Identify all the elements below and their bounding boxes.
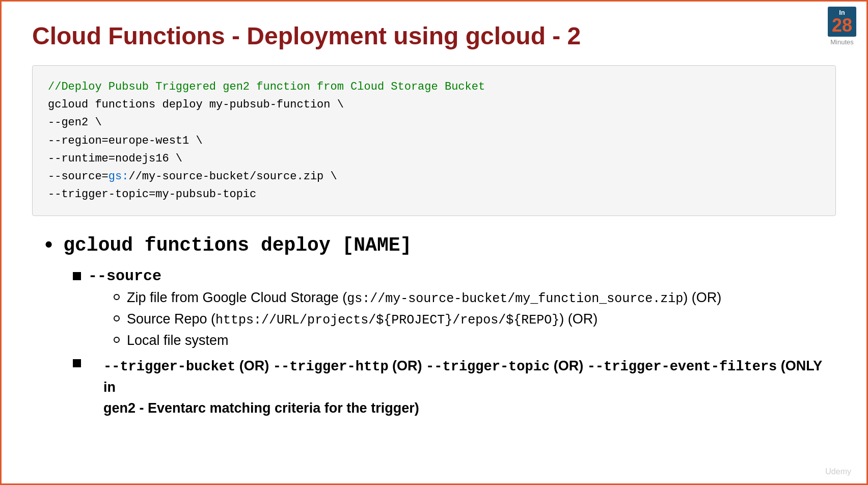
badge-number: 28 [832,16,852,35]
slide-title: Cloud Functions - Deployment using gclou… [32,22,836,50]
bullet-level2-source-item: --source [73,267,836,285]
bullet-level3-list: Zip file from Google Cloud Storage (gs:/… [114,290,836,348]
source-item-1-text: Zip file from Google Cloud Storage (gs:/… [127,290,721,306]
bullet-level2-source-label: --source [88,267,161,285]
bullet-level2-source: --source Zip file from Google Cloud Stor… [73,267,836,348]
bullet-level2-trigger: --trigger-bucket (OR) --trigger-http (OR… [73,356,836,419]
badge: In28 Minutes [828,7,856,46]
watermark: Udemy [825,467,851,476]
code-line6: --trigger-topic=my-pubsub-topic [48,185,820,203]
list-item: Source Repo (https://URL/projects/${PROJ… [114,311,836,328]
bullet-section: • gcloud functions deploy [NAME] --sourc… [32,234,836,418]
code-line1: gcloud functions deploy my-pubsub-functi… [48,96,820,114]
bullet-square-trigger-icon [73,359,81,367]
bullet-circle-icon [114,337,120,343]
list-item: Zip file from Google Cloud Storage (gs:/… [114,290,836,306]
code-block: //Deploy Pubsub Triggered gen2 function … [32,65,836,216]
bullet-level1-item: • gcloud functions deploy [NAME] [42,234,836,258]
badge-suffix: Minutes [828,38,856,46]
bullet-level1-text: gcloud functions deploy [NAME] [63,234,412,256]
trigger-line-text: --trigger-bucket (OR) --trigger-http (OR… [103,356,836,419]
badge-prefix: In28 [828,7,856,37]
source-item-3-text: Local file system [127,333,229,348]
source-item-2-text: Source Repo (https://URL/projects/${PROJ… [127,311,598,328]
bullet-circle-icon [114,294,120,300]
code-line3: --region=europe-west1 \ [48,132,820,150]
slide-container: In28 Minutes Cloud Functions - Deploymen… [2,2,866,483]
code-comment: //Deploy Pubsub Triggered gen2 function … [48,78,820,96]
bullet-square-icon [73,272,81,280]
bullet-level2-trigger-item: --trigger-bucket (OR) --trigger-http (OR… [73,356,836,419]
code-line2: --gen2 \ [48,114,820,131]
bullet-circle-icon [114,315,120,321]
code-line5: --source=gs://my-source-bucket/source.zi… [48,168,820,185]
bullet-dot1: • [42,234,55,258]
code-line4: --runtime=nodejs16 \ [48,150,820,168]
list-item: Local file system [114,333,836,348]
